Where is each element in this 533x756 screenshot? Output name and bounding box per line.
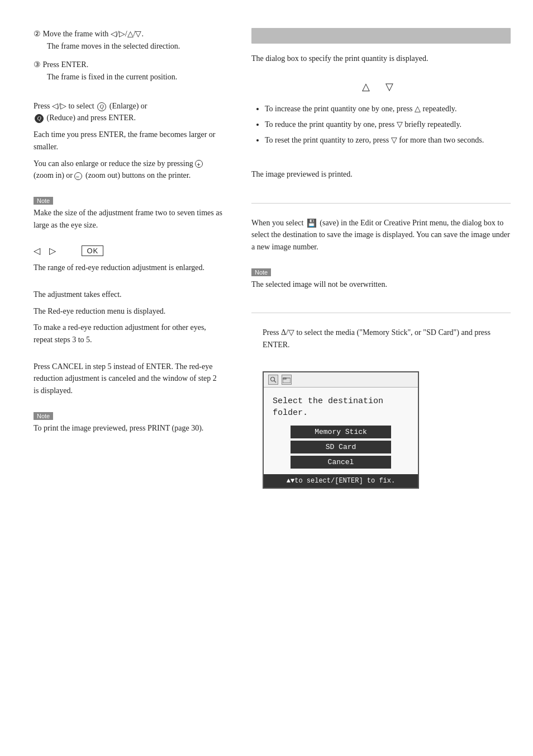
repeat-text: To make a red-eye reduction adjustment f…: [34, 322, 223, 346]
note2-text: To print the image previewed, press PRIN…: [34, 422, 223, 434]
note1-section: Note Make the size of the adjustment fra…: [34, 196, 223, 235]
bullet-item-3: To reset the print quantity to zero, pre…: [265, 134, 511, 147]
divider-1: [251, 203, 511, 204]
bullet-section: To increase the print quantity one by on…: [251, 103, 511, 153]
step3-indent: The frame is fixed in the current positi…: [34, 71, 223, 83]
effect-section: The adjustment takes effect. The Red-eye…: [34, 289, 223, 351]
range-text: The range of red-eye reduction adjustmen…: [34, 262, 223, 274]
screen-mockup: Select the destination folder. Memory St…: [263, 371, 419, 489]
note2-label: Note: [34, 412, 53, 420]
range-section: The range of red-eye reduction adjustmen…: [34, 262, 223, 278]
each-time-text: Each time you press ENTER, the frame bec…: [34, 129, 223, 153]
screen-btn-cancel[interactable]: Cancel: [291, 456, 391, 469]
bullet-item-2: To reduce the print quantity by one, pre…: [265, 119, 511, 131]
divider-2: [251, 313, 511, 313]
step2-indent: The frame moves in the selected directio…: [34, 40, 223, 53]
page: ② Move the frame with ◁/▷/△/▽. The frame…: [0, 0, 533, 756]
screen-btn-sd[interactable]: SD Card: [291, 441, 391, 453]
arrows-ok-section: ◁ ▷ OK: [34, 245, 223, 256]
step-2: ② Move the frame with ◁/▷/△/▽. The frame…: [34, 28, 223, 56]
save-section: When you select 💾 (save) in the Edit or …: [251, 217, 511, 258]
svg-point-0: [271, 377, 275, 381]
press-select-text: Press ◁/▷ to select Q (Enlarge) or Q (Re…: [34, 100, 223, 124]
press-media-text: Press Δ/▽ to select the media ("Memory S…: [263, 327, 511, 351]
also-text: You can also enlarge or reduce the size …: [34, 158, 223, 182]
screen-icon-1: [268, 375, 278, 385]
bullet-item-1: To increase the print quantity one by on…: [265, 103, 511, 115]
left-column: ② Move the frame with ◁/▷/△/▽. The frame…: [0, 17, 240, 739]
save-icon: 💾: [307, 219, 316, 228]
press-select-section: Press ◁/▷ to select Q (Enlarge) or Q (Re…: [34, 100, 223, 186]
step2-text: ② Move the frame with ◁/▷/△/▽.: [34, 30, 144, 38]
cancel-text: Press CANCEL in step 5 instead of ENTER.…: [34, 361, 223, 397]
step3-text: ③ Press ENTER.: [34, 60, 88, 69]
note2-section: Note To print the image previewed, press…: [34, 412, 223, 439]
quantity-bullets: To increase the print quantity one by on…: [251, 103, 511, 147]
steps-section: ② Move the frame with ◁/▷/△/▽. The frame…: [34, 28, 223, 90]
ok-box: OK: [82, 245, 103, 256]
svg-rect-2: [283, 378, 291, 383]
screen-body: Select the destination folder. Memory St…: [264, 388, 418, 474]
zoom-out-icon: [74, 172, 82, 180]
note1-label: Note: [34, 197, 53, 205]
red-eye-menu-text: The Red-eye reduction menu is displayed.: [34, 305, 223, 318]
screen-btn-memory[interactable]: Memory Stick: [291, 426, 391, 438]
image-printed-section: The image previewed is printed.: [251, 168, 511, 185]
triangle-symbols: △ ▽: [251, 81, 511, 93]
effect-text: The adjustment takes effect.: [34, 289, 223, 301]
enlarge-icon: Q: [97, 102, 106, 111]
svg-line-1: [274, 380, 277, 382]
svg-rect-3: [283, 378, 286, 379]
screen-topbar: [264, 372, 418, 388]
right-column: The dialog box to specify the print quan…: [240, 17, 533, 739]
note3-section: Note The selected image will not be over…: [251, 268, 511, 295]
dialog-text: The dialog box to specify the print quan…: [251, 53, 511, 65]
image-printed-text: The image previewed is printed.: [251, 168, 511, 181]
note3-label: Note: [251, 268, 271, 276]
reduce-icon: Q: [35, 114, 44, 123]
screen-title: Select the destination folder.: [273, 395, 409, 419]
step-3: ③ Press ENTER. The frame is fixed in the…: [34, 59, 223, 87]
zoom-in-icon: [195, 160, 203, 168]
arrow-left-right-symbols: ◁ ▷: [34, 245, 59, 256]
screen-footer: ▲▼to select/[ENTER] to fix.: [264, 474, 418, 488]
note3-text: The selected image will not be overwritt…: [251, 278, 511, 291]
press-media-section: Press Δ/▽ to select the media ("Memory S…: [251, 327, 511, 355]
gray-header-bar: [251, 28, 511, 44]
cancel-section: Press CANCEL in step 5 instead of ENTER.…: [34, 361, 223, 401]
screen-icon-2: [282, 375, 292, 385]
save-desc-text: When you select 💾 (save) in the Edit or …: [251, 217, 511, 253]
note1-text: Make the size of the adjustment frame tw…: [34, 207, 223, 231]
dialog-section: The dialog box to specify the print quan…: [251, 53, 511, 69]
